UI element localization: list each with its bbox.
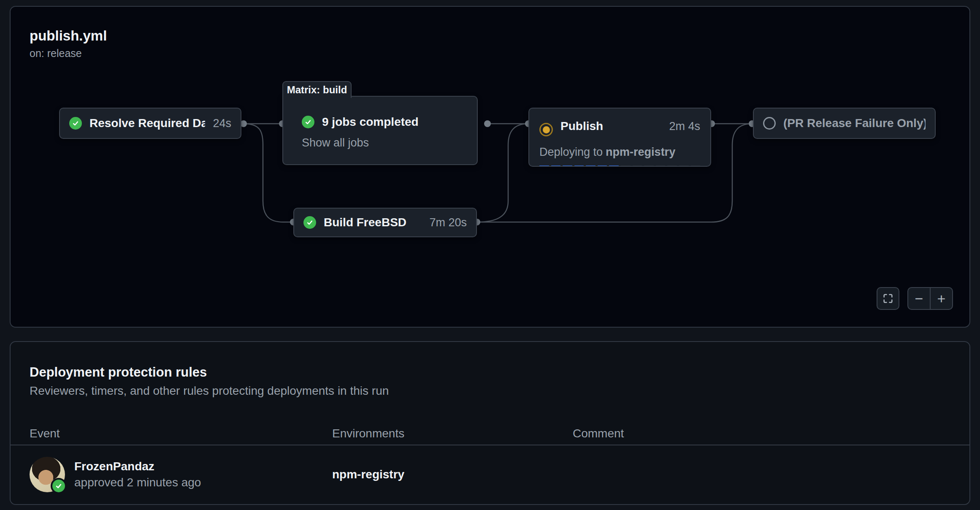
reviewer-name: FrozenPandaz: [74, 460, 201, 473]
job-duration: 2m 4s: [669, 120, 700, 133]
zoom-controls: − +: [907, 287, 953, 310]
matrix-summary-row: 9 jobs completed: [302, 115, 467, 129]
job-node-resolve-required-data[interactable]: Resolve Required Data 24s: [59, 108, 241, 139]
deploy-progress: [539, 165, 700, 166]
publish-title-row: Publish 2m 4s: [539, 116, 700, 136]
progress-segment: [598, 165, 607, 166]
success-check-icon: [302, 116, 314, 128]
workflow-header: publish.yml on: release: [30, 27, 107, 60]
progress-segment: [551, 165, 561, 166]
page: publish.yml on: release Resolve Required: [0, 0, 980, 510]
event-info: FrozenPandaz approved 2 minutes ago: [74, 460, 201, 489]
protection-subtitle: Reviewers, timers, and other rules prote…: [30, 384, 389, 398]
column-header-environments: Environments: [332, 427, 573, 440]
deployment-protection-card: Deployment protection rules Reviewers, t…: [10, 341, 970, 505]
protection-header: Deployment protection rules Reviewers, t…: [30, 364, 389, 398]
progress-segment: [644, 165, 654, 166]
progress-segment: [656, 165, 666, 166]
progress-segment: [667, 165, 677, 166]
graph-edges: [11, 7, 971, 328]
deploy-target: npm-registry: [606, 146, 675, 158]
deploy-status-line: Deploying tonpm-registry: [539, 146, 700, 159]
job-duration: 7m 20s: [429, 216, 467, 229]
edge-path: [477, 124, 528, 222]
event-cell: FrozenPandaz approved 2 minutes ago: [30, 457, 332, 492]
environment-name: npm-registry: [332, 468, 573, 481]
table-header-row: Event Environments Comment: [11, 424, 969, 443]
job-duration: 24s: [213, 117, 231, 130]
job-label: Resolve Required Data: [89, 117, 205, 130]
job-node-matrix-build[interactable]: 9 jobs completed Show all jobs: [282, 96, 478, 165]
progress-segment: [586, 165, 596, 166]
success-check-icon: [69, 117, 82, 130]
approval-status: approved 2 minutes ago: [74, 476, 201, 489]
workflow-title: publish.yml: [30, 27, 107, 45]
pending-circle-icon: [763, 117, 776, 130]
job-node-build-freebsd[interactable]: Build FreeBSD 7m 20s: [293, 208, 477, 237]
fullscreen-icon: [882, 293, 894, 304]
job-label: Build FreeBSD: [324, 216, 422, 229]
table-row: FrozenPandaz approved 2 minutes ago npm-…: [11, 445, 969, 503]
matrix-group-tab: Matrix: build: [282, 81, 352, 98]
job-label: Publish: [560, 119, 661, 133]
show-all-jobs-link[interactable]: Show all jobs: [302, 136, 369, 149]
column-header-event: Event: [30, 427, 332, 440]
progress-segment: [563, 165, 572, 166]
progress-segment: [574, 165, 584, 166]
column-header-comment: Comment: [573, 427, 950, 440]
job-node-publish[interactable]: Publish 2m 4s Deploying tonpm-registry: [528, 108, 711, 167]
zoom-out-button[interactable]: −: [908, 288, 931, 309]
fullscreen-button[interactable]: [877, 287, 899, 310]
progress-segment: [539, 165, 549, 166]
workflow-graph-card: publish.yml on: release Resolve Required: [10, 6, 970, 328]
avatar-wrap: [30, 457, 65, 492]
protection-title: Deployment protection rules: [30, 364, 389, 381]
workflow-trigger: on: release: [30, 47, 107, 60]
zoom-in-button[interactable]: +: [931, 288, 952, 309]
connector-dot: [484, 120, 491, 127]
progress-segment: [609, 165, 619, 166]
matrix-summary-label: 9 jobs completed: [322, 115, 467, 129]
progress-segment: [691, 165, 701, 166]
progress-segment: [621, 165, 631, 166]
approved-badge-icon: [51, 478, 67, 494]
progress-segment: [679, 165, 689, 166]
job-node-pr-release-failure[interactable]: (PR Release Failure Only) Cre...: [753, 108, 936, 139]
job-label: (PR Release Failure Only) Cre...: [783, 117, 926, 130]
deploy-prefix: Deploying to: [539, 146, 603, 158]
in-progress-icon: [539, 123, 553, 136]
success-check-icon: [303, 216, 316, 229]
progress-segment: [633, 165, 642, 166]
